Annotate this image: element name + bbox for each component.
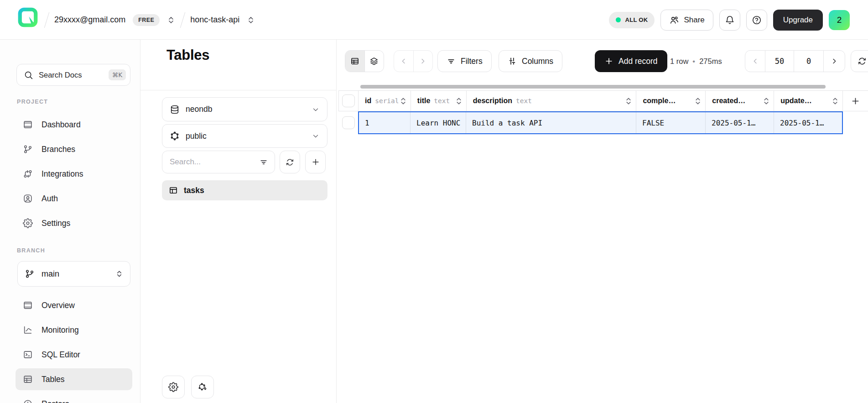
sort-icon[interactable] — [625, 97, 632, 105]
column-header-description[interactable]: description text — [467, 91, 637, 111]
search-docs-button[interactable]: Search Docs ⌘K — [16, 64, 130, 86]
layers-view-toggle[interactable] — [364, 51, 384, 72]
selected-row[interactable]: 1 Learn HONC Build a task API FALSE 2025… — [358, 111, 843, 134]
sidebar-item-overview[interactable]: Overview — [16, 294, 132, 316]
sidebar-item-label: Dashboard — [42, 120, 81, 130]
cell-completed[interactable]: FALSE — [636, 112, 706, 133]
project-switcher-caret-icon[interactable] — [247, 16, 255, 25]
notification-count: 2 — [837, 15, 842, 25]
search-icon — [24, 70, 33, 80]
terminal-icon — [23, 350, 33, 360]
breadcrumb-project[interactable]: honc-task-api — [190, 15, 239, 25]
sidebar-item-label: Integrations — [42, 169, 83, 179]
add-table-button[interactable] — [305, 151, 326, 173]
notifications-button[interactable] — [719, 10, 740, 31]
sidebar-item-dashboard[interactable]: Dashboard — [16, 114, 132, 136]
breadcrumb-account[interactable]: 29xxxx@gmail.com — [54, 15, 125, 25]
sort-icon[interactable] — [400, 97, 406, 105]
sidebar-item-label: SQL Editor — [42, 350, 80, 360]
cell-updated[interactable]: 2025-05-1… — [774, 112, 842, 133]
help-button[interactable] — [746, 10, 767, 31]
sidebar-item-monitoring[interactable]: Monitoring — [16, 319, 132, 341]
refresh-data-button[interactable] — [851, 50, 868, 72]
add-record-label: Add record — [619, 57, 658, 66]
sort-icon[interactable] — [456, 97, 462, 105]
forward-button[interactable] — [413, 51, 432, 72]
sidebar-item-auth[interactable]: Auth — [16, 188, 132, 209]
sidebar-item-branches[interactable]: Branches — [16, 138, 132, 160]
sidebar-item-tables[interactable]: Tables — [16, 368, 132, 390]
schema-export-button[interactable] — [191, 376, 214, 398]
branch-selector[interactable]: main — [17, 261, 130, 287]
account-switcher-caret-icon[interactable] — [167, 16, 175, 25]
row-select-cell — [338, 111, 358, 134]
chevron-left-icon — [751, 57, 759, 65]
tables-panel: Tables neondb public — [140, 40, 337, 403]
sidebar-item-sql-editor[interactable]: SQL Editor — [16, 344, 132, 366]
columns-button[interactable]: Columns — [499, 50, 562, 72]
page-size-value[interactable]: 50 — [765, 51, 794, 72]
git-branch-icon — [25, 269, 35, 279]
chevron-right-icon — [419, 57, 427, 65]
panel-settings-button[interactable] — [162, 376, 185, 398]
share-button[interactable]: Share — [660, 10, 713, 31]
cell-created[interactable]: 2025-05-1… — [706, 112, 774, 133]
page-offset-value[interactable]: 0 — [794, 51, 823, 72]
neon-logo-icon[interactable] — [17, 7, 38, 28]
schema-select[interactable]: public — [162, 124, 327, 148]
share-button-label: Share — [684, 16, 704, 25]
filters-button[interactable]: Filters — [437, 50, 492, 72]
column-name: comple… — [643, 97, 676, 105]
chevron-left-icon — [400, 57, 408, 65]
column-header-updated[interactable]: update… — [774, 91, 843, 111]
database-select[interactable]: neondb — [162, 97, 327, 121]
schema-icon — [170, 131, 180, 141]
add-record-button[interactable]: Add record — [595, 50, 667, 72]
question-circle-icon — [752, 15, 762, 25]
horizontal-scrollbar[interactable] — [360, 85, 826, 89]
upgrade-button[interactable]: Upgrade — [773, 10, 823, 31]
column-header-title[interactable]: title text — [411, 91, 467, 111]
branch-caret-icon — [115, 269, 123, 278]
plus-icon — [311, 157, 320, 167]
query-stats: 1 row • 275ms — [670, 50, 722, 72]
sort-icon[interactable] — [763, 97, 769, 105]
search-input[interactable] — [170, 157, 247, 167]
notification-count-badge[interactable]: 2 — [829, 10, 850, 30]
clock-restore-icon — [23, 399, 33, 403]
chart-line-icon — [23, 325, 33, 335]
column-header-id[interactable]: id serial — [359, 91, 411, 111]
left-sidebar: Search Docs ⌘K PROJECT Dashboard Branche… — [0, 40, 140, 403]
sort-icon[interactable] — [695, 97, 701, 105]
back-button[interactable] — [394, 51, 413, 72]
column-header-completed[interactable]: comple… — [636, 91, 706, 111]
add-column-button[interactable] — [843, 91, 868, 111]
gear-icon — [168, 382, 178, 392]
select-all-checkbox[interactable] — [342, 94, 355, 107]
status-badge[interactable]: ALL OK — [609, 12, 655, 28]
sidebar-item-label: Branches — [42, 145, 75, 154]
cell-description[interactable]: Build a task API — [466, 112, 636, 133]
next-page-button[interactable] — [823, 51, 845, 72]
table-list-item-tasks[interactable]: tasks — [162, 180, 327, 200]
breadcrumb: 29xxxx@gmail.com FREE honc-task-api — [47, 0, 255, 40]
table-view-toggle[interactable] — [345, 51, 364, 72]
sidebar-item-settings[interactable]: Settings — [16, 212, 132, 234]
sliders-icon — [508, 57, 517, 66]
table-search-field[interactable] — [162, 151, 275, 173]
cell-id[interactable]: 1 — [359, 112, 411, 133]
row-checkbox[interactable] — [342, 116, 355, 129]
grid-header-row: id serial title text description text — [338, 90, 868, 111]
sidebar-item-restore[interactable]: Restore — [16, 393, 132, 403]
pagination: 50 0 — [745, 50, 845, 72]
sort-icon[interactable] — [832, 97, 838, 105]
table-name: tasks — [184, 186, 204, 195]
column-name: description — [473, 97, 512, 105]
neon-console: 29xxxx@gmail.com FREE honc-task-api ALL … — [0, 0, 868, 403]
column-header-created[interactable]: created… — [706, 91, 774, 111]
select-all-cell — [339, 91, 359, 111]
refresh-tables-button[interactable] — [280, 151, 300, 173]
prev-page-button[interactable] — [745, 51, 765, 72]
cell-title[interactable]: Learn HONC — [411, 112, 466, 133]
sidebar-item-integrations[interactable]: Integrations — [16, 163, 132, 185]
